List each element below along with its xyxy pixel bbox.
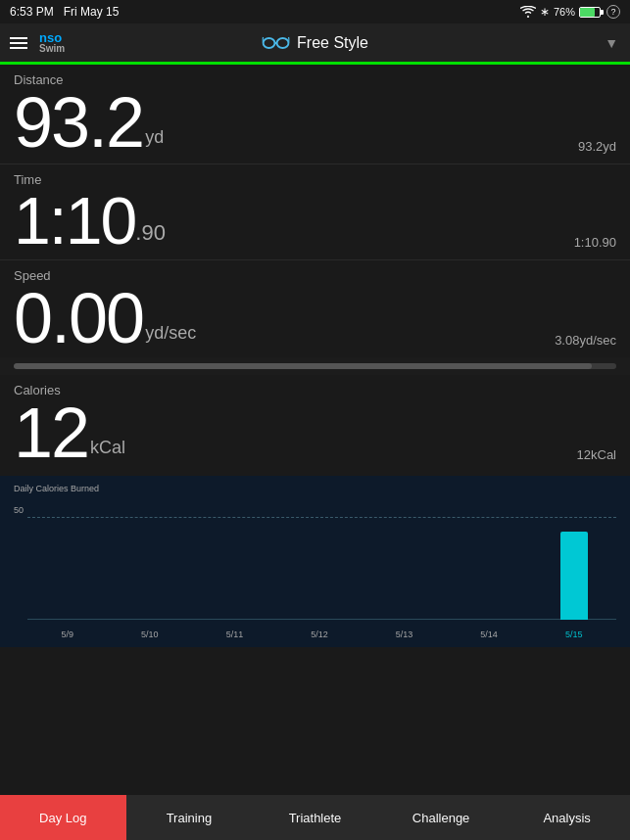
status-time: 6:53 PM bbox=[10, 5, 54, 19]
x-label-7: 5/15 bbox=[565, 630, 583, 639]
help-icon: ? bbox=[606, 5, 620, 19]
chart-bar-7 bbox=[560, 532, 588, 620]
menu-button[interactable] bbox=[10, 37, 27, 49]
calories-secondary: 12kCal bbox=[577, 447, 616, 462]
progress-bar-track bbox=[14, 363, 616, 369]
speed-section: Speed 0.00 yd/sec 3.08yd/sec bbox=[0, 260, 630, 357]
status-bar-right: ∗ 76% ? bbox=[520, 5, 620, 19]
status-bar-left: 6:53 PM Fri May 15 bbox=[10, 5, 119, 19]
chart-area: Daily Calories Burned 50 5/9 5/10 5/11 5… bbox=[0, 476, 630, 647]
speed-secondary: 3.08yd/sec bbox=[555, 333, 616, 348]
calories-unit: kCal bbox=[90, 438, 125, 458]
wifi-icon bbox=[520, 6, 536, 18]
speed-main: 0.00 yd/sec bbox=[14, 283, 616, 353]
time-secondary: 1:10.90 bbox=[574, 235, 616, 250]
header-center: Free Style bbox=[262, 34, 368, 52]
distance-unit: yd bbox=[145, 127, 164, 148]
chart-bars bbox=[27, 512, 616, 620]
calories-label: Calories bbox=[14, 383, 616, 397]
svg-point-1 bbox=[276, 38, 288, 48]
distance-main: 93.2 yd bbox=[14, 87, 616, 158]
speed-unit: yd/sec bbox=[145, 323, 196, 344]
speed-value: 0.00 bbox=[14, 283, 143, 353]
time-sub: .90 bbox=[135, 220, 166, 246]
chart-title: Daily Calories Burned bbox=[14, 484, 616, 493]
distance-section: Distance 93.2 yd 93.2yd bbox=[0, 65, 630, 164]
svg-point-0 bbox=[263, 38, 274, 48]
tab-training[interactable]: Training bbox=[126, 795, 253, 840]
status-date: Fri May 15 bbox=[64, 5, 120, 19]
dropdown-arrow[interactable]: ▼ bbox=[605, 35, 618, 51]
app-logo: nso Swim bbox=[39, 31, 65, 54]
battery-icon bbox=[579, 7, 601, 18]
x-label-5: 5/13 bbox=[396, 630, 413, 639]
header-left: nso Swim bbox=[10, 31, 65, 54]
tab-day-log[interactable]: Day Log bbox=[0, 795, 126, 840]
battery-fill bbox=[580, 8, 595, 17]
calories-value: 12 bbox=[14, 397, 88, 468]
x-label-1: 5/9 bbox=[62, 630, 74, 639]
progress-bar-container bbox=[0, 357, 630, 375]
x-label-2: 5/10 bbox=[141, 630, 159, 639]
time-section: Time 1:10 .90 1:10.90 bbox=[0, 164, 630, 260]
tab-analysis[interactable]: Analysis bbox=[504, 795, 630, 840]
time-value: 1:10 bbox=[14, 187, 135, 254]
header-title: Free Style bbox=[297, 34, 368, 52]
x-label-4: 5/12 bbox=[311, 630, 328, 639]
x-label-3: 5/11 bbox=[226, 630, 244, 639]
bluetooth-icon: ∗ bbox=[540, 5, 550, 19]
tab-challenge[interactable]: Challenge bbox=[378, 795, 505, 840]
calories-main: 12 kCal bbox=[14, 397, 616, 468]
tab-triathlete[interactable]: Triathlete bbox=[252, 795, 378, 840]
goggles-icon bbox=[262, 35, 289, 51]
bottom-nav: Day Log Training Triathlete Challenge An… bbox=[0, 795, 630, 840]
status-bar: 6:53 PM Fri May 15 ∗ 76% ? bbox=[0, 0, 630, 23]
calories-section: Calories 12 kCal 12kCal bbox=[0, 375, 630, 472]
distance-value: 93.2 bbox=[14, 87, 143, 158]
battery-percent: 76% bbox=[554, 6, 575, 18]
app-header: nso Swim Free Style ▼ bbox=[0, 23, 630, 65]
chart-x-labels: 5/9 5/10 5/11 5/12 5/13 5/14 5/15 bbox=[27, 630, 616, 639]
progress-bar-fill bbox=[14, 363, 592, 369]
time-main: 1:10 .90 bbox=[14, 187, 616, 254]
chart-y-label: 50 bbox=[14, 505, 24, 515]
x-label-6: 5/14 bbox=[480, 630, 498, 639]
distance-secondary: 93.2yd bbox=[578, 139, 616, 154]
